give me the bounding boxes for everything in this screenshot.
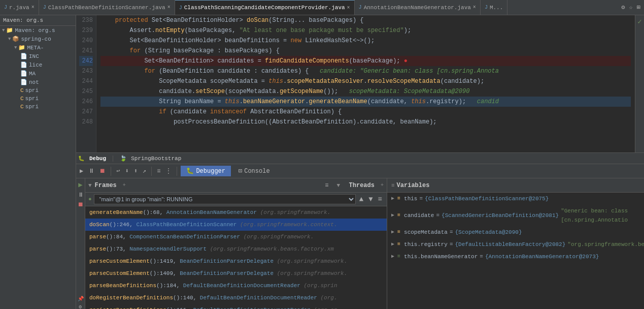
frame-pkg-0: (org.springframework. — [260, 209, 331, 215]
tab-java-icon-1: J — [4, 5, 7, 10]
variables-header: ≡ Variables — [387, 178, 644, 193]
tab-classpathscanning[interactable]: J ClassPathScanningCandidateComponentPro… — [175, 0, 355, 15]
var-arrow-scopemetadata[interactable]: ▶ — [391, 228, 394, 237]
tree-label-springco: spring-co — [21, 36, 51, 42]
evaluate-btn[interactable]: ≡ — [155, 167, 162, 176]
class-icon-spri3: C — [20, 104, 24, 110]
var-arrow-candidate[interactable]: ▶ — [391, 211, 394, 220]
step-into-btn[interactable]: ⬇ — [123, 166, 130, 176]
frame-item-1[interactable]: doScan():246, ClassPathBeanDefinitionSca… — [85, 219, 387, 231]
frame-method-0: generateBeanName — [89, 209, 143, 215]
tree-item-maven[interactable]: ▼ 📁 Maven: org.s — [0, 26, 76, 35]
threads-collapse-icon[interactable]: ▼ — [337, 182, 345, 189]
tree-item-not[interactable]: 📄 not — [0, 78, 76, 86]
frames-collapse-icon[interactable]: ▼ — [88, 182, 92, 189]
tab-label-1: r.java — [9, 5, 29, 11]
tree-label-not: not — [29, 79, 39, 85]
tab-close-3[interactable]: × — [347, 5, 350, 11]
var-item-beannamegens[interactable]: ▶ ≡ this.beanNameGenerator = {Annotation… — [387, 251, 644, 263]
tree-item-spri3[interactable]: C spri — [0, 103, 76, 111]
var-icon-beannamegen: ≡ — [397, 252, 400, 261]
var-item-candidate[interactable]: ▶ ≡ candidate = {ScannedGenericBeanDefin… — [387, 205, 644, 226]
step-out-btn[interactable]: ⬆ — [132, 166, 139, 176]
var-icon-this: ≡ — [397, 194, 400, 203]
debug-panels: ▶ ⏸ ⏹ 📌 ⚙ ▼ Frames + ≡ — [76, 178, 644, 309]
frame-item-4[interactable]: parseCustomElement():1419, BeanDefinitio… — [85, 255, 387, 267]
tab-label-2: ClassPathBeanDefinitionScanner.java — [48, 5, 165, 11]
var-arrow-beannamegen[interactable]: ▶ — [391, 252, 394, 261]
sidebar-header: Maven: org.s — [0, 15, 76, 26]
debug-label[interactable]: Debug — [89, 156, 106, 162]
frames-list[interactable]: generateBeanName():68, AnnotationBeanNam… — [85, 206, 387, 309]
pause-left-btn[interactable]: ⏸ — [78, 191, 84, 199]
tab-annotationbean[interactable]: J AnnotationBeanNameGenerator.java × — [355, 0, 481, 15]
tab-r-java[interactable]: J r.java × — [0, 0, 39, 15]
tree-item-lice[interactable]: 📄 lice — [0, 60, 76, 69]
pause-btn[interactable]: ⏸ — [87, 166, 96, 176]
tree-item-springco[interactable]: ▼ 📦 spring-co — [0, 35, 76, 43]
frames-filter-icon[interactable]: ≡ — [325, 182, 328, 189]
run-to-cursor-btn[interactable]: ↗ — [141, 166, 148, 176]
tree-arrow-maven: ▼ — [2, 28, 5, 33]
tab-close-4[interactable]: × — [473, 5, 476, 10]
frame-line-3: ():73, — [106, 246, 129, 252]
thread-down-btn[interactable]: ▼ — [367, 195, 374, 204]
frames-plus-icon[interactable]: + — [123, 182, 126, 188]
bookmark-icon[interactable]: ☆ — [628, 3, 634, 12]
resume-btn[interactable]: ▶ — [78, 166, 85, 176]
frame-item-0[interactable]: generateBeanName():68, AnnotationBeanNam… — [85, 206, 387, 219]
vars-collapse-icon[interactable]: ≡ — [391, 182, 395, 189]
code-editor[interactable]: 238 239 240 241 242 243 244 245 246 247 … — [76, 15, 644, 152]
var-item-registry[interactable]: ▶ ≡ this.registry = {DefaultListableBean… — [387, 238, 644, 251]
frame-item-2[interactable]: parse():84, ComponentScanBeanDefinitionP… — [85, 231, 387, 243]
tab-close-2[interactable]: × — [167, 5, 171, 10]
var-val-registry-str: "org.springframework.beans.factory.suppo… — [567, 240, 644, 249]
frame-pkg-3: (org.springframework.beans.factory.xm — [210, 246, 334, 252]
more-btn[interactable]: ⋮ — [164, 166, 173, 176]
stop-left-btn[interactable]: ⏹ — [78, 201, 84, 208]
variables-list[interactable]: ▶ ≡ this = {ClassPathBeanDefinitionScann… — [387, 193, 644, 309]
step-over-btn[interactable]: ↩ — [115, 166, 121, 176]
variables-panel: ≡ Variables ▶ ≡ this = {ClassPathBeanDef… — [387, 178, 644, 309]
code-line-240: Set<BeanDefinitionHolder> beanDefinition… — [100, 36, 631, 46]
threads-plus-icon[interactable]: + — [381, 182, 384, 188]
thread-dropdown[interactable]: "main"@1 in group "main": RUNNING — [94, 194, 356, 204]
frame-item-3[interactable]: parse():73, NamespaceHandlerSupport (org… — [85, 243, 387, 255]
frame-line-7: ():140, — [173, 295, 200, 301]
spring-bootstrap-label[interactable]: SpringBootstrap — [131, 156, 181, 162]
sidebar-tree[interactable]: ▼ 📁 Maven: org.s ▼ 📦 spring-co ▼ 📁 META-… — [0, 26, 76, 309]
sidebar: Maven: org.s ▼ 📁 Maven: org.s ▼ 📦 spring… — [0, 15, 76, 309]
settings-left-icon[interactable]: ⚙ — [79, 304, 82, 309]
variables-title: Variables — [397, 182, 430, 189]
tab-debugger[interactable]: 🐛 Debugger — [181, 166, 231, 176]
tree-item-spri1[interactable]: C spri — [0, 86, 76, 95]
var-arrow-this[interactable]: ▶ — [391, 194, 394, 203]
stop-btn[interactable]: ⏹ — [98, 166, 107, 176]
tab-m[interactable]: J M... — [481, 0, 507, 15]
var-item-this[interactable]: ▶ ≡ this = {ClassPathBeanDefinitionScann… — [387, 193, 644, 205]
tree-item-meta[interactable]: ▼ 📁 META- — [0, 43, 76, 52]
var-item-scopemetadata[interactable]: ▶ ≡ scopeMetadata = {ScopeMetadata@2090} — [387, 226, 644, 238]
toolbar-sep-1 — [111, 167, 111, 176]
settings-icon[interactable]: ⚙ — [620, 3, 626, 12]
expand-icon[interactable]: ⊞ — [635, 3, 642, 12]
class-icon-spri2: C — [20, 96, 24, 102]
frame-item-7[interactable]: doRegisterBeanDefinitions():140, Default… — [85, 292, 387, 304]
tab-console[interactable]: ⊡ Console — [233, 166, 276, 176]
var-arrow-registry[interactable]: ▶ — [391, 240, 394, 249]
tree-item-ma[interactable]: 📄 MA — [0, 69, 76, 78]
frame-item-5[interactable]: parseCustomElement():1409, BeanDefinitio… — [85, 267, 387, 280]
pin-icon[interactable]: 📌 — [78, 296, 84, 302]
frame-method-2: parse — [89, 234, 106, 240]
var-val-scope: {ScopeMetadata@2090} — [455, 228, 522, 237]
tree-item-spri2[interactable]: C spri — [0, 95, 76, 103]
frame-pkg-4: (org.springframework. — [277, 258, 348, 264]
tab-classpathbean[interactable]: J ClassPathBeanDefinitionScanner.java × — [39, 0, 175, 15]
play-left-btn[interactable]: ▶ — [78, 180, 82, 189]
thread-filter-btn[interactable]: ≡ — [377, 195, 384, 204]
thread-up-btn[interactable]: ▲ — [358, 195, 365, 204]
frame-item-6[interactable]: parseBeanDefinitions():184, DefaultBeanD… — [85, 280, 387, 292]
frame-item-8[interactable]: registerBeanDefinitions():111, DefaultBe… — [85, 304, 387, 309]
tree-item-inc[interactable]: 📄 INC — [0, 52, 76, 60]
tab-close-1[interactable]: × — [31, 5, 35, 10]
